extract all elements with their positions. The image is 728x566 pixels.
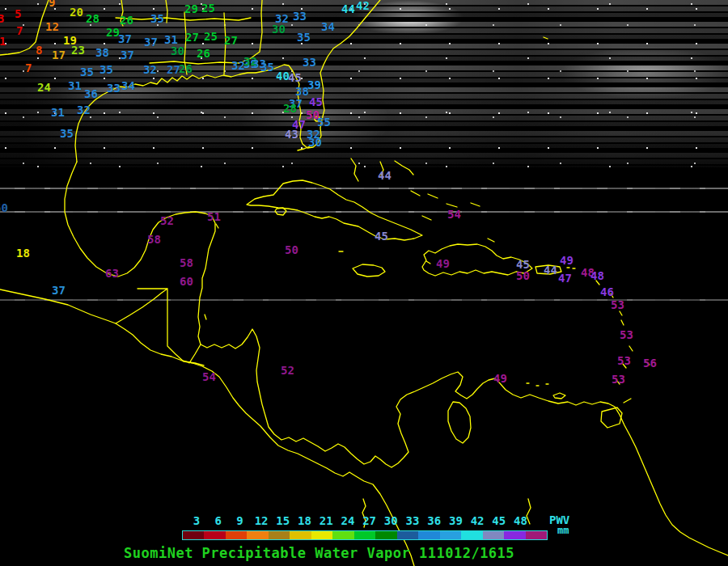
colorbar-tick-label: 24 [341,515,354,526]
station-value: 45 [288,72,302,83]
colorbar-tick-label: 42 [471,515,485,526]
colorbar-segment [247,531,268,539]
station-value: 31 [164,34,178,45]
station-value: 31 [51,107,65,118]
station-value: 36 [84,88,98,99]
station-value: 44 [544,264,557,276]
colorbar-segment [311,531,332,539]
station-value: 27 [224,35,238,46]
station-value: 60 [180,276,193,287]
colorbar-segment [226,531,247,539]
station-value: 42 [356,0,370,11]
station-value: 43 [285,129,298,140]
colorbar-segment [440,531,461,539]
colorbar-unit: PWV mm [549,514,569,535]
station-value: 27 [185,32,199,43]
pwv-colorbar [182,530,548,540]
colorbar-segment [290,531,311,539]
colorbar-tick-label: 18 [298,515,311,526]
station-value: 33 [293,11,307,22]
station-value: 58 [180,257,193,268]
station-value: 35 [297,32,311,43]
station-value: 48 [590,270,604,281]
station-value: 1 [0,36,6,47]
colorbar-segment [397,531,418,539]
station-value: 54 [447,209,461,220]
colorbar-tick-label: 45 [492,515,506,526]
station-value: 23 [71,44,85,56]
colorbar-segment [526,531,547,539]
colorbar-tick-label: 9 [236,515,243,526]
station-value: 53 [611,299,624,310]
station-value: 45 [516,259,530,270]
station-value: 30 [171,45,184,57]
colorbar-segment [354,531,375,539]
station-value: 51 [207,211,221,222]
map-title: SuomiNet Precipitable Water Vapor 111012… [124,545,514,561]
station-value: 5 [15,8,21,19]
colorbar-segment [461,531,482,539]
station-value: 31 [68,80,82,91]
station-value: 28 [86,13,99,24]
colorbar-tick-label: 33 [406,515,420,526]
colorbar-tick-label: 6 [214,515,221,526]
station-value: 50 [285,244,298,256]
station-value: 33 [107,82,121,94]
station-value: 35 [60,128,74,139]
colorbar-tick-label: 15 [276,515,290,526]
station-value: 33 [303,57,316,68]
station-value: 52 [281,365,294,376]
colorbar-tick-label: 48 [514,515,527,526]
colorbar-tick-label: 39 [449,515,463,526]
colorbar-unit-pwv: PWV [549,514,569,526]
station-value: 25 [201,2,215,14]
station-value: 25 [204,31,218,42]
station-value: 30 [272,23,286,35]
colorbar-tick-label: 30 [384,515,398,526]
station-value: 26 [179,63,193,74]
colorbar-tick-label: 3 [193,515,200,526]
colorbar-segment [269,531,290,539]
colorbar-segment [375,531,396,539]
station-value: 34 [121,80,135,91]
station-value: 24 [37,82,51,93]
station-value: 35 [150,13,164,24]
station-value: 28 [283,103,297,114]
station-value: 50 [516,270,530,281]
station-value: 39 [307,79,321,91]
station-value: 20 [70,6,83,18]
station-value: 35 [260,61,274,73]
station-value: 37 [121,49,134,61]
station-value: 29 [184,3,198,15]
station-value: 60 [0,202,8,213]
station-value: 12 [45,21,59,32]
station-value: 32 [77,104,91,116]
station-value: 26 [120,15,133,26]
colorbar-tick-label: 21 [320,515,333,526]
colorbar-segment [418,531,439,539]
station-value: 38 [295,86,309,97]
station-value: 56 [643,357,657,369]
station-value: 53 [617,355,631,366]
colorbar-segment [504,531,525,539]
station-value: 53 [612,374,625,385]
station-value: 27 [167,64,180,75]
colorbar-tick-labels: 36912151821242730333639424548 [0,515,728,527]
station-value: 32 [143,64,157,75]
station-value: 34 [321,21,335,32]
station-value: 52 [160,215,174,226]
station-value: 37 [52,285,66,296]
colorbar-segment [204,531,225,539]
station-value: 35 [80,66,94,78]
station-value: 37 [144,36,158,48]
station-value: 44 [378,170,392,181]
station-value: 55 [317,116,331,128]
station-value: 46 [600,286,614,298]
station-value: 54 [202,371,216,382]
colorbar-tick-label: 27 [362,515,376,526]
station-value: 53 [620,329,633,340]
station-value: 30 [308,137,322,148]
station-value: 37 [118,33,132,44]
station-value: 58 [147,234,161,245]
station-value: 49 [493,373,507,384]
